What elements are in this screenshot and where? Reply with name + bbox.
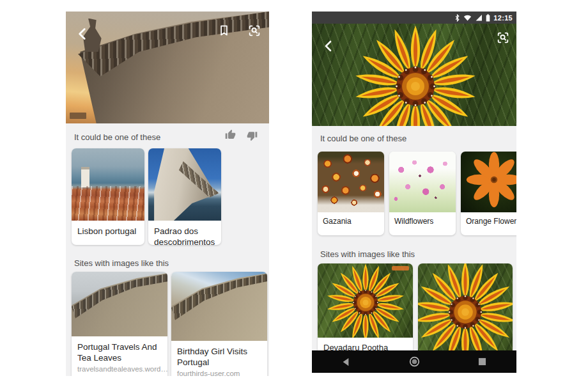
site-title: Portugal Travels And Tea Leaves (72, 336, 167, 364)
back-button[interactable] (74, 26, 91, 42)
monument-overcast-thumbnail (72, 272, 167, 336)
suggestions-title: It could be one of these (320, 134, 406, 143)
query-image-gazania (312, 24, 516, 126)
visual-search-button[interactable] (496, 31, 510, 45)
android-nav-bar (312, 350, 516, 373)
site-card-gazania-photo[interactable] (418, 263, 513, 365)
site-title: Birthday Girl Visits Portugal (171, 341, 267, 368)
battery-icon (486, 14, 490, 22)
bluetooth-icon (454, 14, 460, 22)
gazania-cluster-thumbnail (318, 152, 384, 212)
wifi-icon (463, 14, 472, 21)
visual-search-icon (496, 31, 510, 45)
gazania-flower-graphic (418, 263, 513, 365)
site-card-portugal-travels[interactable]: Portugal Travels And Tea Leaves travelsa… (72, 272, 167, 376)
suggestion-card-gazania[interactable]: Gazania (318, 152, 384, 235)
card-label: Gazania (318, 212, 384, 226)
back-button[interactable] (321, 38, 336, 54)
suggestion-card-lisbon[interactable]: Lisbon portugal (72, 148, 144, 245)
card-label: Orange Flowers (461, 212, 516, 226)
thumbs-down-button[interactable] (247, 130, 258, 144)
site-url: fourthirds-user.com (171, 368, 267, 376)
suggestion-card-padrao[interactable]: Padrao dos descobrimentos (148, 148, 221, 245)
chevron-left-icon (74, 26, 91, 42)
visual-search-icon (247, 24, 261, 38)
status-time: 12:15 (493, 14, 513, 22)
nav-recents-button[interactable] (448, 357, 516, 366)
wildflowers-thumbnail (389, 152, 456, 212)
bookmark-button[interactable] (217, 24, 231, 37)
image-watermark (392, 266, 409, 270)
bookmark-icon (217, 24, 231, 37)
chevron-left-icon (321, 38, 336, 54)
nav-home-circle-icon (409, 356, 420, 367)
android-status-bar: 12:15 (312, 12, 516, 24)
gazania-photo-thumbnail (318, 263, 413, 338)
suggestion-cards-row: Gazania Wildflowers Orange Flowers (318, 152, 516, 235)
screenshot-canvas: It could be one of these Lisbon portugal… (0, 0, 588, 392)
site-url: travelsandtealeaves.word… (72, 364, 167, 373)
suggestions-title: It could be one of these (74, 132, 160, 142)
sites-cards-row: Portugal Travels And Tea Leaves travelsa… (72, 272, 267, 376)
card-label: Wildflowers (389, 212, 456, 226)
lisbon-thumbnail (72, 148, 144, 221)
right-phone-screenshot: 12:15 It could be one of these (312, 12, 516, 373)
card-label: Padrao dos descobrimentos (148, 221, 221, 245)
sites-cards-row: Devadaru Pootha Naaloru (318, 263, 513, 365)
padrao-thumbnail (148, 148, 221, 221)
sites-title: Sites with images like this (320, 249, 415, 259)
cellular-signal-icon (475, 14, 483, 21)
gazania-flower-graphic (325, 263, 406, 338)
monument-blue-sky-thumbnail (171, 272, 267, 341)
nav-recents-square-icon (478, 357, 486, 366)
suggestion-card-wildflowers[interactable]: Wildflowers (389, 152, 456, 235)
thumbs-up-button[interactable] (225, 129, 236, 143)
orange-cosmos-graphic (463, 152, 516, 210)
suggestion-cards-row: Lisbon portugal Padrao dos descobrimento… (72, 148, 221, 245)
nav-back-triangle-icon (341, 357, 350, 366)
nav-back-button[interactable] (312, 357, 380, 366)
gazania-photo-thumbnail (418, 263, 513, 365)
site-card-devadaru[interactable]: Devadaru Pootha Naaloru (318, 263, 413, 365)
query-image-monument (66, 12, 269, 123)
sunset-building-silhouette (70, 113, 86, 119)
visual-search-button[interactable] (247, 24, 261, 38)
gazania-flower-graphic (352, 24, 479, 126)
card-label: Lisbon portugal (72, 221, 144, 237)
white-church-shape (81, 167, 89, 187)
thumb-up-icon (225, 129, 236, 140)
nav-home-button[interactable] (380, 356, 449, 367)
orange-flower-thumbnail (461, 152, 516, 212)
suggestion-card-orange-flowers[interactable]: Orange Flowers (461, 152, 516, 235)
left-phone-screenshot: It could be one of these Lisbon portugal… (66, 12, 269, 376)
sites-title: Sites with images like this (74, 258, 169, 268)
thumb-down-icon (247, 130, 258, 141)
site-card-birthday-girl[interactable]: Birthday Girl Visits Portugal fourthirds… (171, 272, 267, 376)
